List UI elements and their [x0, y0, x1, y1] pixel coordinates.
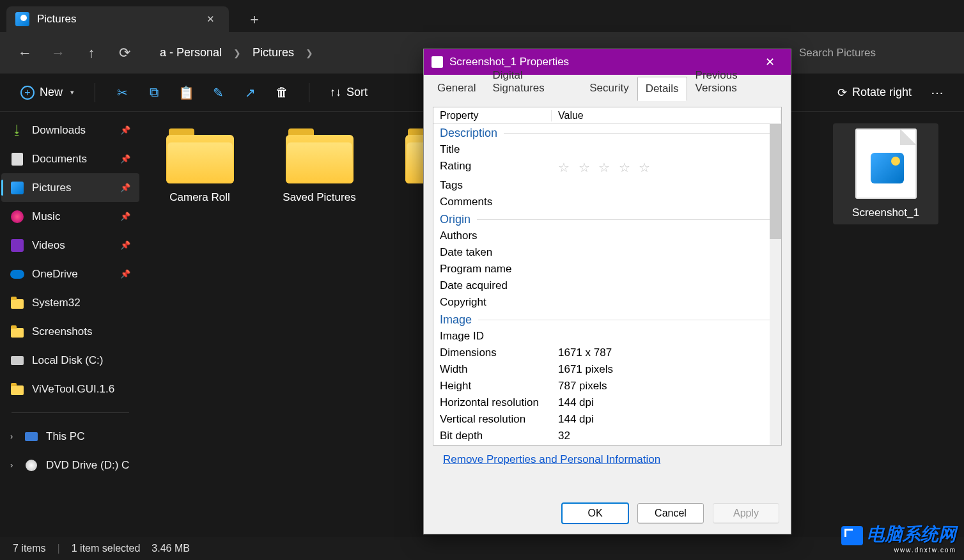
property-row[interactable]: Authors [433, 228, 781, 244]
property-value: 1671 pixels [552, 363, 781, 376]
property-key: Rating [433, 160, 552, 175]
content-item-camera-roll[interactable]: Camera Roll [147, 123, 253, 209]
share-button[interactable]: ↗ [237, 80, 263, 105]
property-row[interactable]: Rating☆ ☆ ☆ ☆ ☆ [433, 158, 781, 177]
property-group-origin: Origin [433, 210, 781, 228]
property-row[interactable]: Comments [433, 194, 781, 210]
rotate-icon: ⟳ [837, 86, 847, 100]
sidebar-item-label: Downloads [32, 124, 86, 137]
property-key: Copyright [433, 296, 552, 309]
delete-button[interactable]: 🗑 [269, 80, 295, 105]
property-value: 787 pixels [552, 380, 781, 393]
sidebar-item-label: Screenshots [32, 325, 93, 338]
remove-properties-link[interactable]: Remove Properties and Personal Informati… [433, 446, 671, 474]
property-row[interactable]: Height787 pixels [433, 378, 781, 394]
property-key: Vertical resolution [433, 413, 552, 426]
property-row[interactable]: Program name [433, 261, 781, 277]
property-value: 144 dpi [552, 413, 781, 426]
property-key: Width [433, 363, 552, 376]
sort-button[interactable]: ↑↓ Sort [323, 82, 374, 103]
window-tab[interactable]: Pictures ✕ [6, 6, 229, 32]
properties-list[interactable]: Property Value DescriptionTitleRating☆ ☆… [433, 107, 782, 446]
tab-details[interactable]: Details [637, 77, 687, 101]
pictures-icon [15, 12, 29, 26]
sidebar-item-documents[interactable]: Documents📌 [1, 144, 139, 173]
property-value [552, 296, 781, 309]
sidebar-item-videos[interactable]: Videos📌 [1, 231, 139, 260]
breadcrumb-item[interactable]: Pictures [253, 46, 294, 59]
tab-security[interactable]: Security [581, 76, 637, 100]
more-button[interactable]: ⋯ [924, 80, 950, 105]
sidebar-item-label: Videos [32, 239, 65, 252]
breadcrumb[interactable]: a - Personal ❯ Pictures ❯ [151, 40, 322, 66]
forward-button[interactable]: → [45, 40, 72, 66]
properties-dialog: Screenshot_1 Properties ✕ GeneralDigital… [423, 49, 791, 534]
scrollbar-thumb[interactable] [770, 124, 781, 239]
content-item-screenshot-1[interactable]: Screenshot_1 [833, 123, 938, 224]
sidebar-item-dvd-drive-d-c[interactable]: ›DVD Drive (D:) C [1, 451, 139, 479]
property-row[interactable]: Horizontal resolution144 dpi [433, 394, 781, 411]
sidebar-item-label: Music [32, 210, 60, 223]
property-key: Date acquired [433, 279, 552, 292]
tab-general[interactable]: General [429, 76, 484, 100]
breadcrumb-item[interactable]: a - Personal [160, 46, 222, 59]
apply-button[interactable]: Apply [713, 503, 779, 524]
property-row[interactable]: Dimensions1671 x 787 [433, 345, 781, 361]
property-row[interactable]: Copyright [433, 294, 781, 311]
search-placeholder: Search Pictures [799, 47, 876, 59]
property-group-description: Description [433, 124, 781, 141]
back-button[interactable]: ← [12, 40, 38, 66]
sidebar-item-screenshots[interactable]: Screenshots [1, 317, 139, 346]
scrollbar[interactable] [770, 124, 781, 445]
file-icon [431, 56, 443, 68]
property-row[interactable]: Date acquired [433, 277, 781, 294]
sidebar: ⭳Downloads📌Documents📌Pictures📌Music📌Vide… [0, 112, 141, 537]
property-value [552, 229, 781, 242]
pin-icon: 📌 [120, 154, 130, 164]
sidebar-item-label: DVD Drive (D:) C [46, 459, 129, 472]
status-bar: 7 items | 1 item selected 3.46 MB [0, 537, 964, 560]
tab-digital-signatures[interactable]: Digital Signatures [484, 63, 581, 100]
property-row[interactable]: Vertical resolution144 dpi [433, 411, 781, 428]
sidebar-item-onedrive[interactable]: OneDrive📌 [1, 260, 139, 288]
sidebar-item-local-disk-c-[interactable]: Local Disk (C:) [1, 346, 139, 375]
sidebar-item-label: Pictures [32, 182, 71, 194]
property-row[interactable]: Image ID [433, 328, 781, 345]
header-property: Property [433, 110, 552, 121]
new-tab-button[interactable]: ＋ [242, 6, 267, 32]
ok-button[interactable]: OK [562, 503, 628, 524]
sidebar-item-downloads[interactable]: ⭳Downloads📌 [1, 116, 139, 144]
rename-button[interactable]: ✎ [205, 80, 231, 105]
property-row[interactable]: Date taken [433, 244, 781, 261]
property-row[interactable]: Width1671 pixels [433, 361, 781, 378]
search-input[interactable]: Search Pictures [793, 40, 952, 66]
close-tab-button[interactable]: ✕ [201, 10, 220, 29]
sidebar-item-vivetool-gui-1-6[interactable]: ViVeTool.GUI.1.6 [1, 375, 139, 403]
pin-icon: 📌 [120, 269, 130, 279]
sidebar-item-label: ViVeTool.GUI.1.6 [32, 383, 114, 396]
up-button[interactable]: ↑ [78, 40, 105, 66]
sidebar-item-this-pc[interactable]: ›This PC [1, 422, 139, 451]
rotate-right-button[interactable]: ⟳ Rotate right [831, 82, 918, 104]
tab-previous-versions[interactable]: Previous Versions [687, 63, 786, 100]
properties-header[interactable]: Property Value [433, 107, 781, 124]
rating-stars[interactable]: ☆ ☆ ☆ ☆ ☆ [558, 160, 653, 175]
sidebar-item-pictures[interactable]: Pictures📌 [1, 173, 139, 202]
property-key: Image ID [433, 330, 552, 343]
copy-button[interactable]: ⧉ [141, 80, 167, 105]
content-item-saved-pictures[interactable]: Saved Pictures [267, 123, 372, 209]
cancel-button[interactable]: Cancel [637, 503, 704, 524]
property-row[interactable]: Title [433, 141, 781, 158]
cut-button[interactable]: ✂ [109, 80, 135, 105]
property-row[interactable]: Tags [433, 177, 781, 194]
sidebar-item-label: System32 [32, 297, 81, 309]
new-button[interactable]: + New ▾ [14, 82, 81, 104]
sidebar-item-music[interactable]: Music📌 [1, 202, 139, 231]
sidebar-item-system32[interactable]: System32 [1, 288, 139, 317]
property-value [552, 330, 781, 343]
property-key: Authors [433, 229, 552, 242]
paste-button[interactable]: 📋 [173, 80, 199, 105]
sidebar-item-label: Local Disk (C:) [32, 354, 103, 367]
refresh-button[interactable]: ⟳ [111, 40, 138, 66]
property-row[interactable]: Bit depth32 [433, 428, 781, 444]
